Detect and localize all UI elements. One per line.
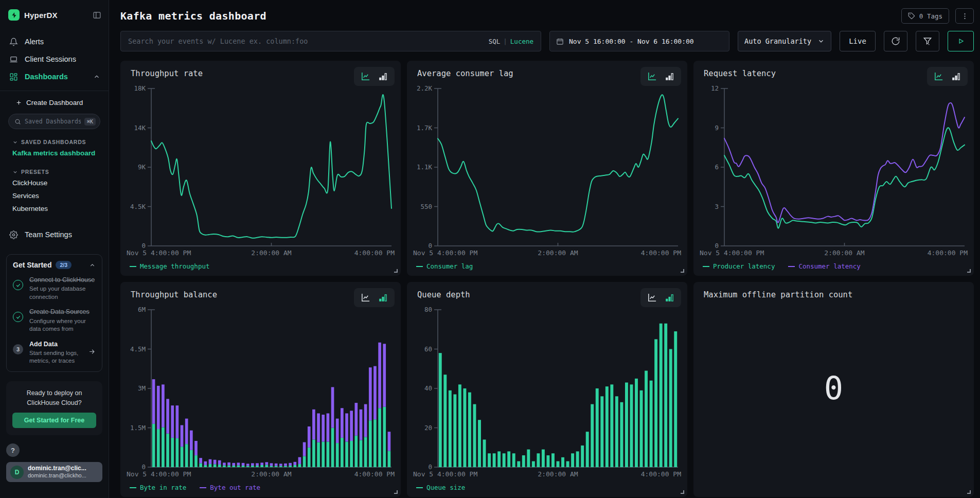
legend-swatch: [703, 266, 709, 267]
gear-icon: [9, 230, 18, 239]
resize-handle[interactable]: [967, 269, 971, 273]
legend-item[interactable]: Message throughput: [130, 262, 209, 270]
legend-item[interactable]: Consumer lag: [416, 262, 473, 270]
chart-legend: Producer latencyConsumer latency: [703, 262, 861, 270]
promo-text-line1: Ready to deploy on: [12, 388, 96, 398]
svg-text:40: 40: [424, 384, 432, 392]
sidebar-item-dashboards[interactable]: Dashboards: [0, 68, 109, 85]
section-presets[interactable]: PRESETS: [0, 167, 109, 176]
svg-text:60: 60: [424, 345, 432, 353]
svg-text:12: 12: [711, 84, 719, 92]
create-dashboard-button[interactable]: Create Dashboard: [0, 95, 109, 110]
saved-dashboards-search[interactable]: ⌘K: [8, 114, 100, 129]
lucene-toggle[interactable]: Lucene: [510, 38, 533, 45]
line-chart-icon[interactable]: [361, 72, 370, 81]
resize-handle[interactable]: [967, 490, 971, 494]
resize-handle[interactable]: [394, 269, 398, 273]
shortcut-badge: ⌘K: [84, 118, 96, 126]
page-title: Kafka metrics dashboard: [120, 10, 266, 22]
chart-panel-consumer-lag: Average consumer lag 05501.1K1.7K2.2KNov…: [407, 61, 687, 276]
play-icon: [957, 38, 965, 45]
clickhouse-cloud-promo: Ready to deploy on ClickHouse Cloud? Get…: [6, 381, 102, 436]
svg-text:3M: 3M: [138, 384, 146, 392]
resize-handle[interactable]: [394, 490, 398, 494]
saved-dashboards-search-input[interactable]: [25, 118, 81, 125]
chart-plot: 01.5M3M4.5M6MNov 5 4:00:00 PM2:00:00 AM4…: [124, 305, 396, 479]
calendar-icon: [556, 38, 564, 45]
chart-plot: 05501.1K1.7K2.2KNov 5 4:00:00 PM2:00:00 …: [411, 83, 682, 258]
user-menu[interactable]: D dominic.tran@clic... dominic.tran@clic…: [6, 462, 102, 482]
section-saved-dashboards[interactable]: SAVED DASHBOARDS: [0, 137, 109, 147]
legend-swatch: [416, 487, 423, 488]
legend-item[interactable]: Byte in rate: [130, 484, 186, 491]
live-button[interactable]: Live: [840, 31, 876, 51]
svg-text:0: 0: [428, 242, 432, 250]
legend-item[interactable]: Queue size: [416, 484, 465, 491]
sidebar-item-client-sessions[interactable]: Client Sessions: [0, 50, 109, 68]
legend-swatch: [416, 266, 423, 267]
bar-chart-icon[interactable]: [378, 293, 388, 303]
svg-text:1.5M: 1.5M: [130, 424, 146, 432]
legend-swatch: [130, 266, 136, 267]
line-chart-icon[interactable]: [361, 293, 370, 303]
svg-text:3: 3: [715, 203, 719, 210]
svg-text:20: 20: [424, 424, 432, 432]
refresh-icon: [891, 37, 900, 46]
sidebar-collapse-icon[interactable]: [93, 11, 101, 20]
svg-text:9K: 9K: [138, 163, 146, 171]
chart-title: Maximum offline partition count: [704, 290, 852, 299]
chart-type-toggle: [927, 67, 968, 86]
sidebar-item-kafka-dashboard[interactable]: Kafka metrics dashboard: [0, 147, 109, 159]
refresh-button[interactable]: [884, 31, 907, 51]
sidebar-item-team-settings[interactable]: Team Settings: [0, 226, 109, 243]
preset-kubernetes[interactable]: Kubernetes: [0, 202, 109, 215]
svg-text:4:00:00 PM: 4:00:00 PM: [641, 470, 681, 478]
chart-title: Queue depth: [417, 290, 470, 299]
svg-text:4:00:00 PM: 4:00:00 PM: [354, 470, 395, 478]
line-chart-icon[interactable]: [647, 72, 657, 81]
preset-clickhouse[interactable]: ClickHouse: [0, 176, 109, 189]
get-started-step-connect[interactable]: Connect to ClickHouse Set up your databa…: [13, 276, 96, 301]
svg-text:0: 0: [141, 463, 146, 471]
search-icon: [14, 118, 21, 125]
legend-item[interactable]: Byte out rate: [200, 484, 260, 491]
legend-swatch: [130, 487, 136, 488]
bar-chart-icon[interactable]: [665, 72, 674, 81]
dashboard-grid: Throughput rate 04.5K9K14K18KNov 5 4:00:…: [120, 61, 980, 497]
check-circle-icon: [13, 312, 23, 322]
line-chart-icon[interactable]: [647, 293, 657, 303]
get-started-step-add-data[interactable]: 3 Add Data Start sending logs, metrics, …: [13, 340, 96, 365]
bar-chart-icon[interactable]: [951, 72, 961, 81]
more-options-button[interactable]: [955, 8, 974, 24]
sidebar-item-alerts[interactable]: Alerts: [0, 33, 109, 50]
sql-toggle[interactable]: SQL: [489, 38, 501, 45]
bar-chart-icon[interactable]: [665, 293, 674, 303]
chart-legend: Queue size: [416, 484, 465, 491]
tags-button[interactable]: 0 Tags: [901, 8, 949, 24]
line-chart-icon[interactable]: [934, 72, 943, 81]
legend-item[interactable]: Producer latency: [703, 262, 775, 270]
query-language-toggle: SQL|Lucene: [489, 38, 533, 45]
help-button[interactable]: ?: [6, 443, 20, 457]
resize-handle[interactable]: [681, 490, 684, 494]
legend-label: Byte out rate: [210, 484, 260, 491]
chart-type-toggle: [354, 288, 395, 307]
chart-panel-throughput-rate: Throughput rate 04.5K9K14K18KNov 5 4:00:…: [120, 61, 401, 276]
hyperdx-logo-icon: [8, 9, 20, 21]
get-started-free-button[interactable]: Get Started for Free: [12, 413, 96, 428]
event-search-input[interactable]: [128, 37, 484, 45]
preset-services[interactable]: Services: [0, 189, 109, 202]
run-query-button[interactable]: [948, 31, 974, 51]
granularity-select[interactable]: Auto Granularity: [738, 31, 831, 51]
legend-item[interactable]: Consumer latency: [788, 262, 860, 270]
kebab-icon: [961, 12, 969, 20]
date-range-picker[interactable]: Nov 5 16:00:00 - Nov 6 16:00:00: [549, 31, 729, 51]
resize-handle[interactable]: [681, 269, 684, 273]
get-started-step-sources[interactable]: Create Data Sources Configure where your…: [13, 308, 96, 333]
chevron-up-icon[interactable]: [89, 262, 96, 269]
svg-text:0: 0: [428, 463, 432, 471]
event-search-bar[interactable]: SQL|Lucene: [120, 31, 541, 51]
filter-button[interactable]: [916, 31, 939, 51]
bar-chart-icon[interactable]: [378, 72, 388, 81]
laptop-icon: [9, 55, 18, 64]
